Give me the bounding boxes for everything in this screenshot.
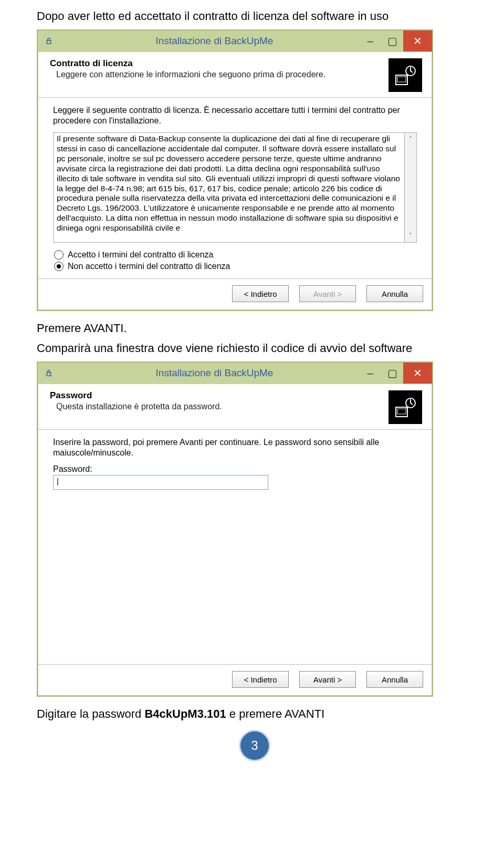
installer-body: Password Questa installazione è protetta… bbox=[38, 384, 432, 695]
final-suffix: e premere AVANTI bbox=[226, 707, 324, 720]
header-title: Password bbox=[50, 390, 388, 401]
scroll-up-icon[interactable]: ˄ bbox=[405, 133, 416, 146]
radio-reject-label: Non accetto i termini del contratto di l… bbox=[68, 262, 230, 271]
header-subtitle: Leggere con attenzione le informazioni c… bbox=[50, 70, 388, 79]
page-number: 3 bbox=[240, 731, 269, 760]
button-bar: < Indietro Avanti > Annulla bbox=[38, 278, 432, 309]
window-controls: – ▢ ✕ bbox=[359, 30, 432, 51]
password-input[interactable]: | bbox=[53, 475, 268, 490]
header-title: Contratto di licenza bbox=[50, 58, 388, 69]
installer-icon bbox=[388, 58, 422, 92]
minimize-button[interactable]: – bbox=[359, 30, 381, 51]
radio-accept[interactable]: Accetto i termini del contratto di licen… bbox=[54, 250, 417, 260]
svg-rect-0 bbox=[47, 40, 51, 44]
final-password: B4ckUpM3.101 bbox=[144, 707, 226, 720]
cancel-button[interactable]: Annulla bbox=[366, 285, 423, 302]
license-intro: Leggere il seguente contratto di licenza… bbox=[53, 105, 417, 126]
minimize-button[interactable]: – bbox=[359, 363, 381, 384]
scrollbar[interactable]: ˄ ˅ bbox=[404, 132, 417, 243]
radio-accept-label: Accetto i termini del contratto di licen… bbox=[68, 250, 213, 260]
app-icon bbox=[43, 35, 55, 47]
installer-body: Contratto di licenza Leggere con attenzi… bbox=[38, 52, 432, 309]
final-prefix: Digitare la password bbox=[37, 707, 144, 720]
titlebar: Installazione di BackUpMe – ▢ ✕ bbox=[38, 30, 432, 51]
app-icon bbox=[43, 367, 55, 379]
button-bar: < Indietro Avanti > Annulla bbox=[38, 664, 432, 695]
svg-rect-2 bbox=[397, 77, 406, 82]
scroll-track[interactable] bbox=[405, 146, 416, 230]
close-button[interactable]: ✕ bbox=[403, 363, 432, 384]
password-label: Password: bbox=[53, 464, 417, 474]
doc-intro-1: Dopo aver letto ed accettato il contratt… bbox=[37, 9, 472, 23]
doc-line-3: Comparirà una finestra dove viene richie… bbox=[37, 342, 472, 355]
maximize-button[interactable]: ▢ bbox=[381, 363, 403, 384]
close-button[interactable]: ✕ bbox=[403, 30, 432, 51]
header-area: Password Questa installazione è protetta… bbox=[38, 384, 432, 430]
next-button[interactable]: Avanti > bbox=[299, 285, 356, 302]
radio-icon bbox=[54, 250, 64, 260]
radio-icon-checked bbox=[54, 262, 64, 271]
titlebar: Installazione di BackUpMe – ▢ ✕ bbox=[38, 363, 432, 384]
back-button[interactable]: < Indietro bbox=[232, 285, 289, 302]
back-button[interactable]: < Indietro bbox=[232, 671, 289, 688]
doc-final-line: Digitare la password B4ckUpM3.101 e prem… bbox=[37, 707, 472, 721]
doc-line-2: Premere AVANTI. bbox=[37, 322, 472, 335]
svg-rect-6 bbox=[397, 409, 406, 414]
installer-icon bbox=[388, 390, 422, 424]
scroll-down-icon[interactable]: ˅ bbox=[405, 230, 416, 242]
svg-rect-4 bbox=[47, 373, 51, 376]
license-textbox[interactable]: Il presente software di Data-Backup cons… bbox=[53, 132, 404, 243]
content-area: Inserire la password, poi premere Avanti… bbox=[38, 430, 432, 664]
cancel-button[interactable]: Annulla bbox=[366, 671, 423, 688]
radio-reject[interactable]: Non accetto i termini del contratto di l… bbox=[54, 262, 417, 271]
installer-window-password: Installazione di BackUpMe – ▢ ✕ Password… bbox=[37, 361, 433, 697]
window-controls: – ▢ ✕ bbox=[359, 363, 432, 384]
content-area: Leggere il seguente contratto di licenza… bbox=[38, 98, 432, 278]
header-subtitle: Questa installazione è protetta da passw… bbox=[50, 402, 388, 411]
maximize-button[interactable]: ▢ bbox=[381, 30, 403, 51]
next-button[interactable]: Avanti > bbox=[299, 671, 356, 688]
installer-window-license: Installazione di BackUpMe – ▢ ✕ Contratt… bbox=[37, 29, 433, 311]
password-intro: Inserire la password, poi premere Avanti… bbox=[53, 437, 417, 458]
header-area: Contratto di licenza Leggere con attenzi… bbox=[38, 52, 432, 98]
